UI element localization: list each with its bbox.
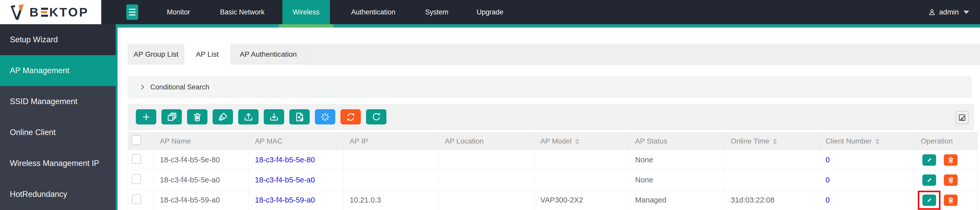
sidebar-item-hotredundancy[interactable]: HotRedundancy: [0, 179, 116, 210]
cell-client-number: 0: [819, 190, 915, 210]
pencil-icon: [926, 156, 933, 164]
sidebar-item-ssid-management[interactable]: SSID Management: [0, 86, 116, 117]
sidebar: Setup WizardAP ManagementSSID Management…: [0, 24, 116, 210]
upload-icon: [243, 112, 254, 122]
ap-mac-link[interactable]: 18-c3-f4-b5-5e-80: [255, 156, 315, 164]
brand-v-icon: [9, 4, 26, 21]
config-file-button[interactable]: [289, 109, 310, 125]
col-header-operation: Operation: [915, 133, 978, 150]
brush-icon: [218, 112, 228, 122]
nav-item-monitor[interactable]: Monitor: [156, 0, 200, 24]
panel-left-shadow: [118, 28, 122, 210]
edit-button[interactable]: [923, 174, 936, 186]
sort-icon[interactable]: [575, 139, 579, 144]
sort-icon[interactable]: [875, 139, 880, 144]
conditional-search-toggle[interactable]: Conditional Search: [128, 77, 971, 98]
col-header-ap-name: AP Name: [154, 133, 249, 150]
nav-item-authentication[interactable]: Authentication: [341, 0, 406, 24]
copy-button[interactable]: [161, 109, 182, 125]
sidebar-item-setup-wizard[interactable]: Setup Wizard: [0, 24, 116, 55]
tab-ap-list[interactable]: AP List: [184, 44, 231, 65]
col-header-ap-ip: AP IP: [344, 133, 439, 150]
sync-icon: [345, 112, 356, 122]
table-row: 18-c3-f4-b5-5e-8018-c3-f4-b5-5e-80None0: [128, 150, 978, 170]
col-label: AP MAC: [255, 137, 283, 145]
operation-cell: [915, 150, 978, 170]
nav-item-basic-network[interactable]: Basic Network: [210, 0, 275, 24]
cell-ap-mac: 18-c3-f4-b5-5e-80: [249, 150, 344, 170]
client-number-link[interactable]: 0: [826, 156, 830, 164]
top-navbar: BKTOP MonitorBasic NetworkWirelessAuthen…: [0, 0, 980, 24]
column-settings-button[interactable]: [956, 111, 969, 124]
refresh-button[interactable]: [366, 109, 387, 125]
edit-table-icon: [958, 113, 967, 122]
cell-ap-mac: 18-c3-f4-b5-59-a0: [249, 190, 344, 210]
download-button[interactable]: [264, 109, 284, 125]
row-select-cell: [128, 190, 154, 210]
table-row: 18-c3-f4-b5-59-a018-c3-f4-b5-59-a010.21.…: [128, 190, 978, 210]
download-icon: [269, 112, 280, 122]
cell-client-number: 0: [819, 150, 915, 170]
reboot-button[interactable]: [340, 109, 361, 125]
col-header-online-time: Online Time: [725, 133, 819, 150]
col-label: AP Name: [160, 137, 191, 145]
row-checkbox[interactable]: [132, 154, 141, 164]
ap-mac-link[interactable]: 18-c3-f4-b5-59-a0: [255, 196, 315, 204]
nav-item-wireless[interactable]: Wireless: [282, 0, 330, 24]
col-header-ap-mac: AP MAC: [249, 133, 344, 150]
ap-list-table: AP NameAP MACAP IPAP LocationAP ModelAP …: [128, 132, 978, 210]
edit-button[interactable]: [923, 194, 936, 206]
row-checkbox[interactable]: [132, 194, 141, 204]
cell-ap-model: [534, 170, 629, 190]
conditional-search-label: Conditional Search: [150, 83, 209, 91]
tab-ap-group-list[interactable]: AP Group List: [128, 44, 184, 65]
user-icon: [928, 8, 936, 16]
active-nav-underline: [279, 24, 334, 28]
clean-button[interactable]: [213, 109, 233, 125]
cell-ap-location: [439, 150, 534, 170]
cell-online-time: 31d:03:22:08: [725, 190, 819, 210]
sidebar-item-ap-management[interactable]: AP Management: [0, 55, 116, 86]
cell-ap-ip: [344, 170, 439, 190]
cell-ap-model: [534, 150, 629, 170]
client-number-link[interactable]: 0: [826, 196, 830, 204]
user-menu[interactable]: admin: [928, 0, 969, 24]
cell-client-number: 0: [819, 170, 915, 190]
delete-button[interactable]: [944, 174, 958, 186]
sidebar-item-wireless-management-ip[interactable]: Wireless Management IP: [0, 148, 116, 179]
delete-button[interactable]: [944, 154, 958, 166]
col-label: AP IP: [350, 137, 368, 145]
trash-icon: [947, 156, 955, 164]
nav-item-system[interactable]: System: [415, 0, 459, 24]
app-root: BKTOP MonitorBasic NetworkWirelessAuthen…: [0, 0, 980, 210]
delete-button[interactable]: [944, 194, 958, 206]
client-number-link[interactable]: 0: [826, 176, 830, 184]
cell-ap-model: VAP300-2X2: [534, 190, 629, 210]
cell-ap-name: 18-c3-f4-b5-5e-80: [154, 150, 249, 170]
select-all-checkbox[interactable]: [132, 135, 141, 145]
nav-item-upgrade[interactable]: Upgrade: [466, 0, 514, 24]
upload-button[interactable]: [238, 109, 259, 125]
table-row: 18-c3-f4-b5-5e-a018-c3-f4-b5-5e-a0None0: [128, 170, 978, 190]
sort-icon[interactable]: [773, 139, 777, 144]
edit-button[interactable]: [923, 154, 936, 166]
operation-cell: [915, 190, 978, 210]
cell-ap-location: [439, 170, 534, 190]
tab-bar: AP Group ListAP ListAP Authentication: [128, 44, 980, 65]
delete-button[interactable]: [187, 109, 207, 125]
row-checkbox[interactable]: [132, 174, 141, 184]
chevron-right-icon: [139, 84, 146, 91]
operation-cell: [915, 170, 978, 190]
add-button[interactable]: [136, 109, 156, 125]
col-header-ap-location: AP Location: [439, 133, 534, 150]
sidebar-item-online-client[interactable]: Online Client: [0, 117, 116, 148]
cell-ap-status: None: [629, 170, 725, 190]
ap-mac-link[interactable]: 18-c3-f4-b5-5e-a0: [255, 176, 315, 184]
cell-ap-status: Managed: [629, 190, 725, 210]
col-label: AP Location: [445, 137, 484, 145]
menu-toggle-button[interactable]: [126, 5, 138, 20]
led-blink-button[interactable]: [315, 109, 335, 125]
col-header-client-number: Client Number: [819, 133, 915, 150]
burst-icon: [320, 112, 331, 122]
tab-ap-authentication[interactable]: AP Authentication: [231, 44, 306, 65]
